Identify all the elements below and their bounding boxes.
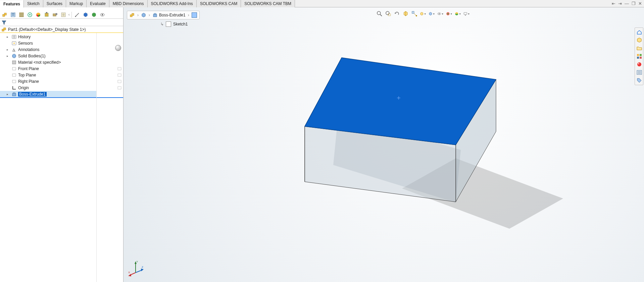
apply-scene-button[interactable]: ▼ [454,10,461,17]
tree-item-boss-extrude1[interactable]: ▸Boss-Extrude1 [0,91,96,97]
zoom-area-button[interactable] [385,10,391,17]
feature-manager-filter[interactable] [0,19,123,26]
model-3d[interactable] [261,48,580,229]
tab-surfaces[interactable]: Surfaces [43,0,66,7]
view-orientation-button[interactable]: ▼ [419,10,426,17]
extrude-icon [11,92,17,97]
appearance-icon [446,11,450,16]
fm-rollback-icon[interactable] [73,11,81,18]
edit-appearance-button[interactable]: ▼ [446,10,452,17]
rollback-bar[interactable] [97,97,123,98]
panel-collapse-right-icon[interactable]: ⇥ [618,1,622,6]
tree-item-front-plane[interactable]: Front Plane [0,65,96,72]
tree-item-label: Material <not specified> [18,60,61,65]
svg-rect-10 [45,13,48,16]
fm-tab-display-manager[interactable] [34,11,42,18]
zoom-fit-button[interactable] [376,10,383,17]
display-manager-icon [36,12,41,17]
part-root-row[interactable]: Part1 (Default<<Default>_Display State 1… [0,26,123,33]
eye-icon [100,12,105,17]
plane-display-toggle[interactable] [117,65,122,72]
task-library[interactable] [636,45,643,52]
panel-collapse-left-icon[interactable]: ⇤ [612,1,615,6]
maximize-button[interactable]: ❐ [632,1,636,6]
svg-rect-32 [12,94,16,96]
plane-display-toggle[interactable] [117,84,122,91]
tree-item-annotations[interactable]: ▸AAnnotations [0,46,96,53]
tree-item-material-not-specified[interactable]: Material <not specified> [0,59,96,65]
tab-solidworks-addins[interactable]: SOLIDWORKS Add-Ins [148,0,197,7]
hide-show-button[interactable]: ▼ [437,10,444,17]
tree-expander[interactable]: ▸ [7,48,10,51]
plane-display-toggle[interactable] [117,78,122,84]
dyn-annot-icon [411,11,417,17]
fm-cube-green[interactable] [90,11,98,18]
breadcrumb-body[interactable] [140,11,147,19]
ball-icon [636,61,642,67]
svg-rect-3 [12,13,14,14]
fm-tab-property-manager[interactable] [9,11,17,18]
display-style-button[interactable]: ▼ [428,10,435,17]
tree-item-label: Front Plane [18,66,39,71]
svg-rect-30 [12,74,16,76]
plane-display-toggle[interactable] [117,72,122,78]
fm-tab-configuration-manager[interactable] [17,11,25,18]
svg-rect-11 [46,12,47,13]
fm-tab-cam-ops[interactable] [59,11,67,18]
tree-item-right-plane[interactable]: Right Plane [0,78,96,84]
svg-point-13 [55,13,57,15]
breadcrumb-sketch-label[interactable]: Sketch1 [173,22,188,26]
tree-expander[interactable]: ▸ [7,93,10,96]
fm-eye-icon[interactable] [98,11,106,18]
svg-text:A: A [12,48,15,52]
section-view-button[interactable] [402,10,409,17]
svg-point-50 [377,11,380,15]
breadcrumb-part[interactable] [129,11,136,19]
svg-rect-34 [118,67,121,70]
tab-features[interactable]: Features [0,0,24,8]
fm-tab-dimxpert-manager[interactable] [26,11,34,18]
appearance-flyout[interactable] [113,43,123,53]
view-settings-button[interactable]: ▼ [463,10,470,17]
graphics-viewport[interactable]: › › Boss-Extrude1 › ↳ Sketch1 [123,7,644,282]
breadcrumb-sub-arrow-icon: ↳ [160,22,164,26]
task-forum[interactable] [636,77,643,84]
close-button[interactable]: ✕ [638,1,642,6]
fm-tab-cam-manager[interactable] [43,11,50,18]
tab-solidworks-cam-tbm[interactable]: SOLIDWORKS CAM TBM [241,0,295,7]
fm-tab-feature-tree[interactable] [1,11,8,18]
task-home[interactable] [636,29,643,36]
task-view-palette[interactable] [636,53,643,60]
breadcrumb-face[interactable] [191,11,198,19]
cube-green-icon [91,12,97,17]
task-appearances[interactable] [636,61,643,68]
dynamic-annotation-button[interactable] [411,10,417,17]
svg-point-52 [386,11,389,15]
tree-expander[interactable]: ▸ [7,54,10,58]
orientation-triad[interactable]: Y X Z [128,258,148,278]
task-custom-properties[interactable] [636,69,643,76]
tab-evaluate[interactable]: Evaluate [87,0,109,7]
plane-icon [11,79,17,84]
tab-markup[interactable]: Markup [66,0,87,7]
tree-item-solid-bodies-1[interactable]: ▸Solid Bodies(1) [0,53,96,59]
tree-item-label: Top Plane [18,73,36,77]
previous-view-button[interactable] [393,10,400,17]
tree-item-origin[interactable]: Origin [0,84,96,91]
fm-overflow-left[interactable]: ‹ [68,13,70,16]
panel-drag-handle[interactable]: ∙∙∙∙∙∙ [0,7,123,11]
task-resources[interactable] [636,37,643,44]
tree-item-sensors[interactable]: Sensors [0,40,96,46]
fm-cube-blue[interactable] [82,11,89,18]
tree-expander[interactable]: ▸ [7,35,10,39]
fm-tab-cam-tools[interactable] [51,11,59,18]
svg-point-59 [447,13,449,15]
tab-sketch[interactable]: Sketch [24,0,43,7]
tree-item-top-plane[interactable]: Top Plane [0,72,96,78]
minimize-button[interactable]: — [625,1,629,6]
breadcrumb-feature[interactable]: Boss-Extrude1 [151,11,187,19]
tab-mbd-dimensions[interactable]: MBD Dimensions [109,0,148,7]
svg-point-57 [439,13,440,14]
tree-item-history[interactable]: ▸History [0,34,96,40]
tab-solidworks-cam[interactable]: SOLIDWORKS CAM [197,0,241,7]
